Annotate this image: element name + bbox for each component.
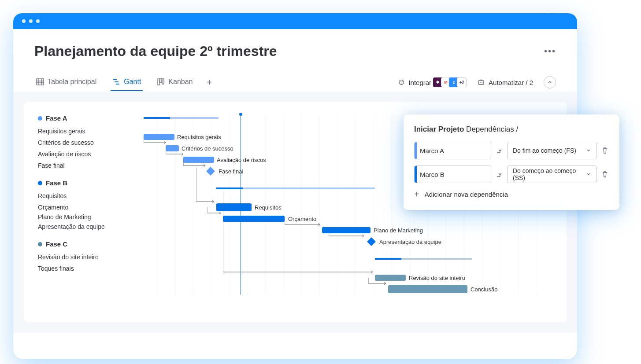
dependencies-panel: Iniciar Projeto Dependências / Marco A D… <box>404 114 619 210</box>
svg-rect-8 <box>158 79 159 85</box>
view-tabs: Tabela principal Gantt Kanban + <box>34 74 556 92</box>
dependency-task-select[interactable]: Marco A <box>414 142 491 159</box>
browser-frame: Planejamento da equipe 2º trimestre ••• … <box>13 13 577 359</box>
add-dependency-label: Adicionar nova dependência <box>425 191 508 198</box>
more-integrations-badge: +2 <box>457 77 467 87</box>
dependency-row: Marco B Do começo ao começo (SS) <box>414 165 609 183</box>
dependency-link-icon <box>496 147 503 154</box>
header: Planejamento da equipe 2º trimestre ••• … <box>13 29 577 92</box>
dependency-type-label: Do fim ao começo (FS) <box>513 147 576 154</box>
dependencies-title: Iniciar Projeto Dependências / <box>414 125 609 134</box>
window-dot <box>29 19 33 23</box>
milestone-icon[interactable] <box>367 237 376 246</box>
content-area: Fase A Requisitos gerais Critérios de su… <box>13 92 577 333</box>
gantt-bar[interactable] <box>216 203 252 211</box>
dependency-type-select[interactable]: Do fim ao começo (FS) <box>507 142 597 159</box>
gantt-bar-label: Fase final <box>219 168 243 175</box>
milestone-icon[interactable] <box>206 167 215 176</box>
dependency-type-select[interactable]: Do começo ao começo (SS) <box>507 165 597 183</box>
plus-icon: + <box>414 189 419 199</box>
chevron-down-icon <box>586 148 591 153</box>
svg-rect-9 <box>160 79 162 83</box>
dependency-task-label: Marco A <box>420 147 444 154</box>
svg-rect-11 <box>478 81 484 85</box>
task-name[interactable]: Revisão do site inteiro <box>38 251 139 263</box>
plug-icon <box>398 79 405 86</box>
tab-label: Tabela principal <box>48 78 96 86</box>
tab-label: Gantt <box>124 78 141 86</box>
gantt-bar-label: Plano de Marketing <box>374 227 423 234</box>
phase-summary-bar <box>144 117 219 119</box>
gantt-bar[interactable] <box>388 285 467 293</box>
gantt-panel: Fase A Requisitos gerais Critérios de su… <box>24 102 567 322</box>
delete-dependency-button[interactable] <box>601 147 609 154</box>
dependency-type-label: Do começo ao começo (SS) <box>513 167 586 181</box>
integrate-label: Integrar <box>408 79 431 86</box>
kanban-icon <box>157 78 165 86</box>
svg-rect-10 <box>162 79 164 84</box>
add-dependency-button[interactable]: + Adicionar nova dependência <box>414 189 609 199</box>
task-name[interactable]: Toques finais <box>38 263 139 274</box>
task-name[interactable]: Orçamento <box>38 202 139 213</box>
phase-name: Fase B <box>46 179 67 187</box>
gantt-bar-label: Avaliação de riscos <box>217 157 266 163</box>
automate-button[interactable]: Automatizar / 2 <box>477 79 533 86</box>
window-dot <box>36 19 40 23</box>
gantt-bar-label: Conclusão <box>471 286 497 293</box>
gantt-bar[interactable] <box>322 227 371 233</box>
tab-kanban[interactable]: Kanban <box>155 74 194 91</box>
task-name[interactable]: Requisitos <box>38 190 139 202</box>
task-name[interactable]: Avaliação de riscos <box>38 148 139 160</box>
collapse-button[interactable] <box>544 76 556 88</box>
add-view-button[interactable]: + <box>207 77 212 88</box>
gantt-task-list: Fase A Requisitos gerais Critérios de su… <box>38 114 139 295</box>
robot-icon <box>477 79 485 86</box>
svg-point-12 <box>480 82 481 83</box>
gantt-bar-label: Requisitos gerais <box>177 134 221 140</box>
phase-dot-icon <box>38 116 42 121</box>
phase-dot-icon <box>38 181 42 185</box>
dependency-link-icon <box>496 171 503 178</box>
gantt-bar[interactable] <box>375 275 406 281</box>
gantt-bar-label: Critérios de sucesso <box>182 145 233 152</box>
dependency-task-select[interactable]: Marco B <box>414 165 491 183</box>
gantt-bar[interactable] <box>223 216 285 222</box>
gantt-bar[interactable] <box>166 145 179 151</box>
task-name[interactable]: Requisitos gerais <box>38 125 139 137</box>
phase-summary-bar <box>375 258 472 260</box>
phase-header-c[interactable]: Fase C <box>38 240 139 248</box>
gantt-icon <box>112 78 120 86</box>
task-name[interactable]: Critérios de sucesso <box>38 137 139 148</box>
task-name[interactable]: Plano de Marketing <box>38 213 139 221</box>
gantt-bar[interactable] <box>144 134 174 140</box>
more-menu-button[interactable]: ••• <box>544 46 556 56</box>
phase-summary-bar <box>216 188 375 189</box>
delete-dependency-button[interactable] <box>601 170 609 178</box>
tab-main-table[interactable]: Tabela principal <box>34 74 98 91</box>
task-name[interactable]: Apresentação da equipe <box>38 221 139 232</box>
gantt-bar-label: Revisão do site inteiro <box>409 275 465 281</box>
phase-header-b[interactable]: Fase B <box>38 179 139 187</box>
gantt-bar-label: Apresentação da equipe <box>379 239 441 245</box>
dependency-row: Marco A Do fim ao começo (FS) <box>414 142 609 159</box>
phase-header-a[interactable]: Fase A <box>38 114 139 122</box>
task-name[interactable]: Fase final <box>38 160 139 171</box>
gantt-bar-label: Requisitos <box>255 204 282 211</box>
svg-rect-0 <box>37 79 44 85</box>
gantt-bar[interactable] <box>183 157 214 163</box>
tab-gantt[interactable]: Gantt <box>111 74 143 91</box>
page-title: Planejamento da equipe 2º trimestre <box>34 43 277 59</box>
integration-icons: ✱ M z +2 <box>435 77 467 87</box>
chevron-down-icon <box>586 172 591 176</box>
phase-name: Fase C <box>46 240 67 248</box>
browser-titlebar <box>13 13 577 29</box>
dependency-task-label: Marco B <box>420 171 445 178</box>
phase-name: Fase A <box>46 114 67 122</box>
tab-label: Kanban <box>168 78 193 86</box>
integrate-button[interactable]: Integrar ✱ M z +2 <box>398 77 467 87</box>
table-icon <box>36 78 44 86</box>
svg-point-13 <box>482 82 482 83</box>
window-dot <box>22 19 26 23</box>
phase-dot-icon <box>38 242 42 246</box>
automate-label: Automatizar / 2 <box>489 79 533 86</box>
